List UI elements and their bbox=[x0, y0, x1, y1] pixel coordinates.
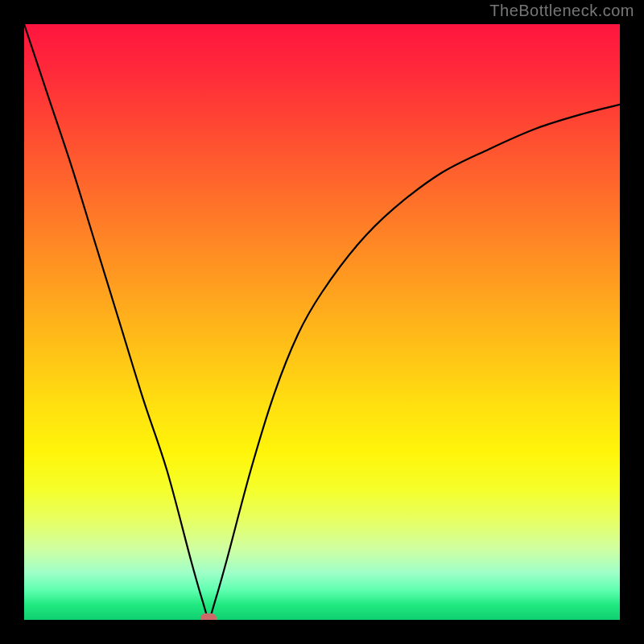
plot-area bbox=[24, 24, 620, 620]
bottleneck-curve bbox=[24, 24, 620, 620]
vertex-marker bbox=[200, 613, 217, 620]
chart-frame: TheBottleneck.com bbox=[0, 0, 644, 644]
watermark-text: TheBottleneck.com bbox=[489, 2, 634, 20]
